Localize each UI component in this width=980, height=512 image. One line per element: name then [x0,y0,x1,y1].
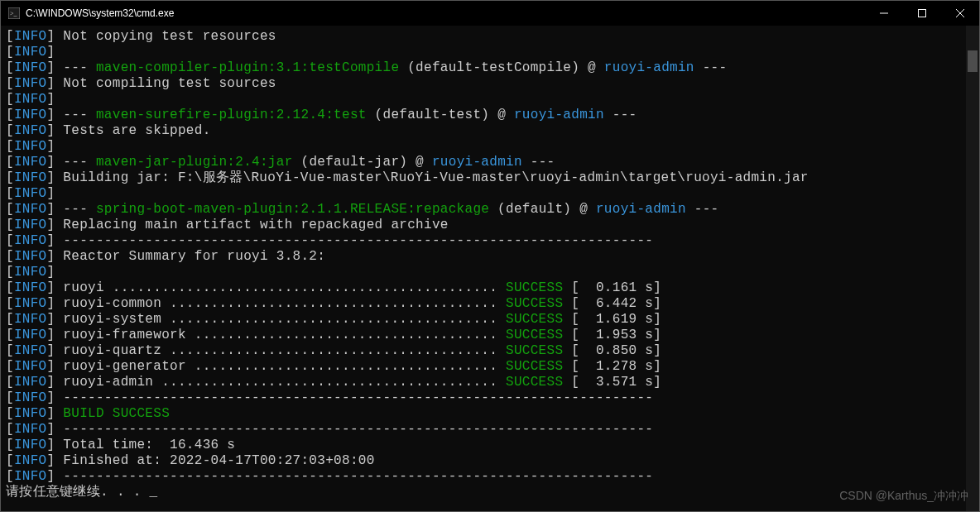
svg-rect-3 [919,10,926,17]
scrollbar-track[interactable] [966,26,979,511]
svg-text:>_: >_ [10,10,18,17]
cmd-icon: >_ [7,7,21,20]
window-title: C:\WINDOWS\system32\cmd.exe [26,7,174,19]
scrollbar-thumb[interactable] [968,50,978,72]
terminal-output[interactable]: [INFO] Not copying test resources [INFO]… [1,26,966,511]
titlebar[interactable]: >_ C:\WINDOWS\system32\cmd.exe [1,1,979,26]
minimize-button[interactable] [865,1,903,26]
cmd-window: >_ C:\WINDOWS\system32\cmd.exe [INFO] No… [0,0,980,512]
close-button[interactable] [941,1,979,26]
maximize-button[interactable] [903,1,941,26]
